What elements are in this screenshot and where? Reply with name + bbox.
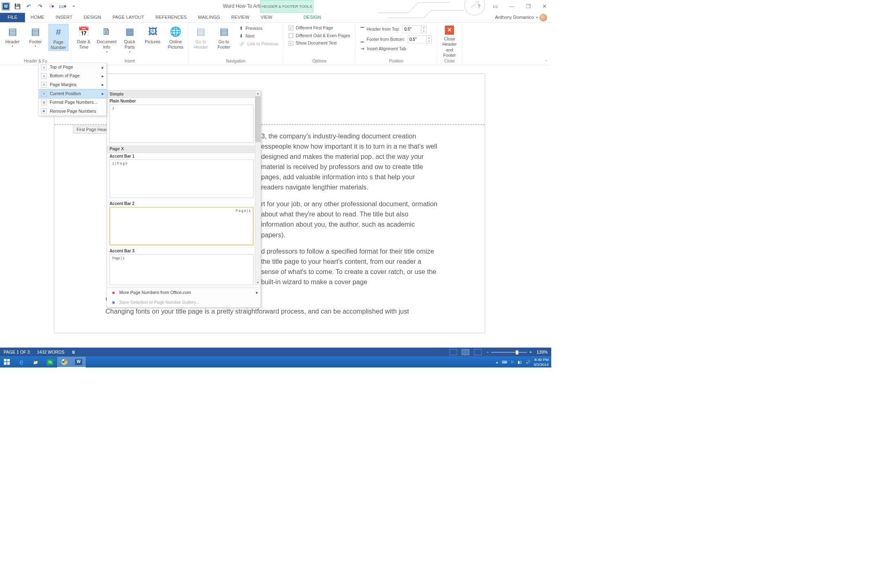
volume-icon[interactable]: 🔊 bbox=[526, 360, 530, 364]
ribbon-display-icon[interactable]: ▭ bbox=[491, 3, 500, 9]
gallery-item-accent-bar-2[interactable]: P a g e | 1 bbox=[109, 207, 254, 245]
tab-review[interactable]: REVIEW bbox=[226, 13, 255, 22]
spinner-up-icon[interactable]: ▲ bbox=[427, 36, 432, 40]
tab-view[interactable]: VIEW bbox=[255, 13, 278, 22]
zoom-slider[interactable]: − + bbox=[486, 350, 532, 355]
zoom-thumb[interactable] bbox=[516, 350, 518, 354]
gallery-item-accent-bar-3[interactable]: Page | 1 bbox=[109, 254, 254, 285]
zoom-in-icon[interactable]: + bbox=[530, 350, 532, 355]
menu-current-position[interactable]: #Current Position▶ bbox=[38, 89, 106, 98]
save-icon[interactable]: 💾 bbox=[14, 3, 21, 10]
tab-mailings[interactable]: MAILINGS bbox=[192, 13, 225, 22]
date-time-button[interactable]: 📅Date & Time bbox=[74, 24, 94, 50]
show-hidden-icon[interactable]: ▴ bbox=[496, 360, 498, 364]
zoom-out-icon[interactable]: − bbox=[486, 350, 488, 355]
menu-top-of-page[interactable]: #Top of Page▶ bbox=[38, 63, 106, 71]
ribbon: ▤Header▾ ▤Footer▾ #Page Number Header & … bbox=[0, 22, 551, 65]
help-icon[interactable]: ? bbox=[475, 3, 483, 9]
gallery-item-plain-number[interactable]: 1 bbox=[109, 105, 254, 143]
spinner-down-icon[interactable]: ▼ bbox=[421, 29, 426, 33]
touch-mode-icon[interactable]: ☟▾ bbox=[48, 3, 55, 10]
flag-icon[interactable]: ⚐ bbox=[511, 360, 514, 364]
word-taskbar-icon[interactable]: W bbox=[71, 357, 86, 368]
tab-home[interactable]: HOME bbox=[25, 13, 50, 22]
clock[interactable]: 8:40 PM 8/2/2014 bbox=[534, 358, 548, 367]
network-icon[interactable]: ▮▯ bbox=[518, 360, 522, 364]
quick-parts-button[interactable]: ▦Quick Parts▾ bbox=[120, 24, 140, 53]
close-header-footer-button[interactable]: ✕Close Header and Footer bbox=[439, 24, 459, 58]
link-to-previous-button[interactable]: 🔗Link to Previous bbox=[239, 41, 278, 47]
pictures-button[interactable]: 🖼Pictures bbox=[143, 24, 163, 45]
print-layout-icon[interactable] bbox=[461, 349, 469, 355]
margins-icon: # bbox=[41, 82, 47, 88]
tab-file[interactable]: FILE bbox=[0, 13, 25, 22]
gallery-item-accent-bar-1[interactable]: 1 | P a g e bbox=[109, 160, 254, 198]
next-button[interactable]: ⬇Next bbox=[239, 33, 278, 39]
tab-design-context[interactable]: DESIGN bbox=[298, 13, 327, 22]
chrome-icon[interactable] bbox=[57, 357, 71, 368]
more-page-numbers-button[interactable]: ▣More Page Numbers from Office.com▶ bbox=[107, 288, 261, 298]
footer-from-bottom-spinner[interactable]: ▲▼ bbox=[408, 36, 432, 44]
word-count[interactable]: 1432 WORDS bbox=[37, 350, 64, 355]
header-button[interactable]: ▤Header▾ bbox=[2, 24, 22, 48]
group-label: Close bbox=[439, 59, 459, 65]
read-mode-icon[interactable] bbox=[449, 349, 457, 355]
spinner-down-icon[interactable]: ▼ bbox=[427, 40, 432, 43]
customize-qat-icon[interactable]: ⏷ bbox=[71, 3, 77, 10]
close-window-icon[interactable]: ✕ bbox=[540, 3, 549, 9]
undo-icon[interactable]: ↶ bbox=[26, 3, 32, 10]
tab-references[interactable]: REFERENCES bbox=[150, 13, 192, 22]
tab-page-layout[interactable]: PAGE LAYOUT bbox=[107, 13, 150, 22]
group-close: ✕Close Header and Footer Close bbox=[437, 22, 462, 65]
page-number-button[interactable]: #Page Number bbox=[49, 24, 69, 51]
scroll-thumb[interactable] bbox=[255, 96, 261, 143]
collapse-ribbon-icon[interactable]: ⌃ bbox=[545, 60, 548, 64]
start-button[interactable] bbox=[0, 357, 14, 368]
svg-rect-4 bbox=[7, 362, 10, 365]
header-from-top-input[interactable] bbox=[403, 26, 421, 33]
proofing-icon[interactable]: 🗎 bbox=[71, 350, 76, 355]
store-icon[interactable]: 🛍 bbox=[43, 357, 57, 368]
page-status[interactable]: PAGE 1 OF 3 bbox=[4, 350, 30, 355]
web-layout-icon[interactable] bbox=[474, 349, 481, 355]
ie-icon[interactable]: e bbox=[14, 357, 29, 368]
tab-insert[interactable]: INSERT bbox=[50, 13, 78, 22]
menu-format-page-numbers[interactable]: ⚙Format Page Numbers... bbox=[38, 98, 106, 107]
scroll-up-icon[interactable]: ▲ bbox=[255, 91, 261, 96]
restore-icon[interactable]: ❐ bbox=[524, 3, 532, 9]
spinner-up-icon[interactable]: ▲ bbox=[421, 26, 426, 29]
different-first-page-checkbox[interactable]: ✓Different First Page bbox=[289, 26, 350, 31]
menu-bottom-of-page[interactable]: #Bottom of Page▶ bbox=[38, 72, 106, 80]
gallery-item-label: Plain Number bbox=[107, 98, 261, 104]
chevron-down-icon: ▾ bbox=[12, 45, 13, 48]
redo-icon[interactable]: ↷ bbox=[37, 3, 43, 10]
window-icon[interactable]: ▭▾ bbox=[59, 3, 66, 10]
tab-design[interactable]: DESIGN bbox=[78, 13, 107, 22]
document-info-button[interactable]: 🗎Document Info▾ bbox=[97, 24, 117, 53]
header-from-top-spinner[interactable]: ▲▼ bbox=[403, 26, 427, 33]
scrollbar[interactable]: ▲ ▼ bbox=[255, 91, 261, 285]
quick-access-toolbar: W 💾 ↶ ↷ ☟▾ ▭▾ ⏷ bbox=[0, 2, 77, 10]
show-document-text-checkbox[interactable]: ✓Show Document Text bbox=[289, 41, 350, 46]
zoom-track[interactable] bbox=[491, 352, 527, 353]
previous-button[interactable]: ⬆Previous bbox=[239, 26, 278, 31]
scroll-down-icon[interactable]: ▼ bbox=[255, 279, 261, 285]
goto-footer-button[interactable]: ▤Go to Footer bbox=[214, 24, 234, 50]
online-pictures-button[interactable]: 🌐Online Pictures bbox=[166, 24, 186, 50]
menu-label: Page Margins bbox=[50, 82, 77, 87]
account-area[interactable]: Anthony Domanico ▾ bbox=[495, 13, 551, 22]
menu-page-margins[interactable]: #Page Margins▶ bbox=[38, 80, 106, 89]
goto-header-button[interactable]: ▤Go to Header bbox=[191, 24, 211, 50]
footer-button[interactable]: ▤Footer▾ bbox=[26, 24, 46, 48]
zoom-level[interactable]: 139% bbox=[537, 350, 548, 355]
different-odd-even-label: Different Odd & Even Pages bbox=[296, 33, 350, 38]
footer-from-bottom-input[interactable] bbox=[408, 36, 426, 43]
insert-alignment-tab-button[interactable]: ⇥Insert Alignment Tab bbox=[361, 46, 432, 51]
gallery-category-pagex: Page X bbox=[107, 145, 261, 153]
menu-remove-page-numbers[interactable]: ✖Remove Page Numbers bbox=[38, 107, 106, 116]
file-explorer-icon[interactable]: 📁 bbox=[29, 357, 43, 368]
different-first-page-label: Different First Page bbox=[296, 26, 333, 31]
minimize-icon[interactable]: — bbox=[508, 3, 516, 9]
different-odd-even-checkbox[interactable]: Different Odd & Even Pages bbox=[289, 33, 350, 38]
keyboard-icon[interactable]: ⌨ bbox=[502, 360, 508, 364]
